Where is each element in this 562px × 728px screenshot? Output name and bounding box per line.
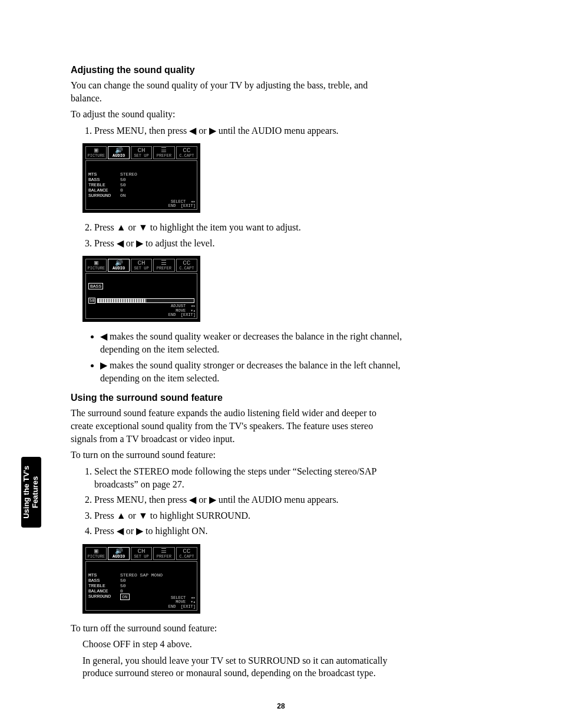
osd-hint: ADJUST ◂▸ MOVE ▾▴ END [EXIT] (168, 304, 196, 318)
osd-tab-picture: ▣PICTURE (85, 259, 107, 272)
paragraph: You can change the sound quality of your… (71, 79, 377, 104)
osd-tab-audio: 🔊AUDIO (108, 259, 129, 272)
osd-slider-value: 50 (88, 298, 95, 304)
paragraph: To adjust the sound quality: (71, 108, 377, 121)
osd-hint: SELECT ◂▸ END [EXIT] (168, 200, 196, 209)
osd-tab-ccapt: CCC.CAPT (176, 547, 197, 560)
paragraph: To turn off the surround sound feature: (71, 622, 377, 635)
step-item: Press MENU, then press ◀ or ▶ until the … (94, 493, 412, 506)
paragraph: In general, you should leave your TV set… (82, 654, 389, 680)
step-item: Select the STEREO mode following the ste… (94, 465, 412, 492)
osd-tab-prefer: ☰PREFER (153, 259, 174, 272)
step-list: Select the STEREO mode following the ste… (71, 465, 412, 538)
heading-surround-sound: Using the surround sound feature (71, 393, 503, 403)
osd-slider-label: BASS (88, 283, 103, 289)
osd-hint: SELECT ◂▸ MOVE ▾▴ END [EXIT] (168, 596, 196, 610)
osd-tab-audio: 🔊AUDIO (108, 146, 129, 159)
osd-tab-setup: CHSET UP (131, 259, 152, 272)
page-number: 28 (0, 702, 562, 710)
osd-slider-track (97, 298, 194, 303)
step-list: Press MENU, then press ◀ or ▶ until the … (71, 124, 412, 137)
osd-tab-prefer: ☰PREFER (153, 547, 174, 560)
osd-surround-menu: ▣PICTURE 🔊AUDIO CHSET UP ☰PREFER CCC.CAP… (82, 544, 200, 614)
osd-tab-setup: CHSET UP (131, 146, 152, 159)
bullet-list: ◀ makes the sound quality weaker or decr… (71, 330, 412, 384)
osd-tab-picture: ▣PICTURE (85, 547, 107, 560)
step-item: Press ▲ or ▼ to highlight the item you w… (94, 221, 412, 234)
step-item: Press ◀ or ▶ to adjust the level. (94, 237, 412, 250)
step-list: Press ▲ or ▼ to highlight the item you w… (71, 221, 412, 250)
paragraph: The surround sound feature expands the a… (71, 407, 377, 445)
step-item: Press ▲ or ▼ to highlight SURROUND. (94, 509, 412, 522)
osd-audio-menu: ▣PICTURE 🔊AUDIO CHSET UP ☰PREFER CCC.CAP… (82, 143, 200, 213)
osd-tab-audio: 🔊AUDIO (108, 547, 129, 560)
step-item: Press ◀ or ▶ to highlight ON. (94, 525, 412, 538)
osd-tab-ccapt: CCC.CAPT (176, 259, 197, 272)
bullet-item: ▶ makes the sound quality stronger or de… (100, 359, 412, 384)
step-item: Press MENU, then press ◀ or ▶ until the … (94, 124, 412, 137)
osd-bass-slider: ▣PICTURE 🔊AUDIO CHSET UP ☰PREFER CCC.CAP… (82, 256, 200, 322)
paragraph: To turn on the surround sound feature: (71, 449, 377, 462)
paragraph: Choose OFF in step 4 above. (82, 638, 389, 651)
heading-adjusting-sound: Adjusting the sound quality (71, 65, 503, 75)
osd-tab-prefer: ☰PREFER (153, 146, 174, 159)
bullet-item: ◀ makes the sound quality weaker or decr… (100, 330, 412, 355)
osd-tab-setup: CHSET UP (131, 547, 152, 560)
highlighted-value: ON (120, 594, 130, 600)
osd-tab-ccapt: CCC.CAPT (176, 146, 197, 159)
osd-tab-picture: ▣PICTURE (85, 146, 107, 159)
